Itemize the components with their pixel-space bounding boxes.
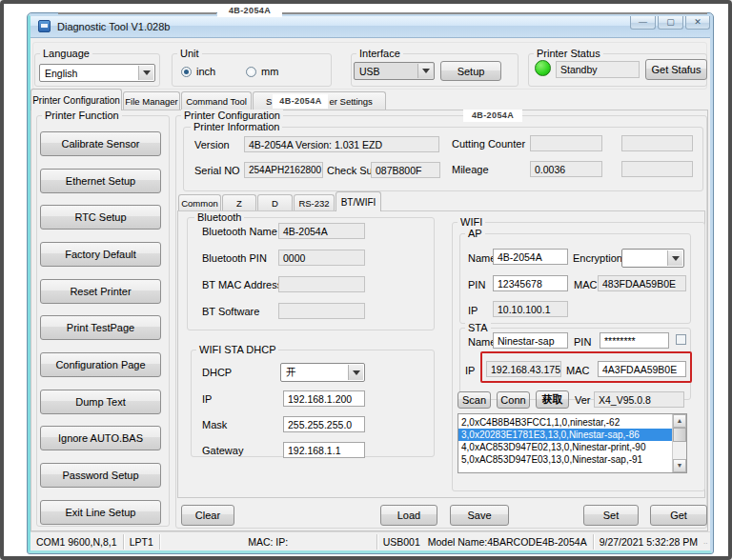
annotation-device-label-config: 4B-2054A	[463, 110, 522, 122]
scan-button[interactable]: Scan	[458, 391, 491, 409]
scan-result-list[interactable]: 2,0xC4B8B4B3FCC1,1,0,ninestar,-62 3,0x20…	[458, 413, 687, 473]
get-status-button[interactable]: Get Stafus	[645, 59, 707, 80]
app-icon	[38, 20, 51, 32]
get-button[interactable]: Get	[650, 505, 707, 526]
chevron-down-icon[interactable]	[138, 66, 153, 80]
language-select[interactable]: English	[39, 64, 155, 82]
dhcp-label: DHCP	[202, 367, 232, 378]
list-item-selected[interactable]: 3,0x20283E1781E3,13,0,Ninestar-sap,-86	[458, 429, 672, 441]
bt-software-field	[278, 303, 365, 319]
list-scrollbar[interactable]: ▲ ▼	[672, 414, 686, 472]
wifi-sta-label: STA	[465, 322, 491, 333]
mask-label: Mask	[202, 419, 227, 430]
tab-file-manager[interactable]: File Manager	[123, 91, 180, 110]
sta-pin-field[interactable]: ********	[600, 332, 669, 349]
resize-grip-icon[interactable]: ..	[703, 534, 710, 550]
ignore-autobas-button[interactable]: Ignore AUTO.BAS	[40, 426, 161, 450]
screenshot-frame: 4B-2054A Diagnostic Tool V1.028b — ▢ ✕ L…	[0, 0, 732, 560]
ap-name-label: Name	[468, 252, 496, 264]
bt-software-label: BT Software	[202, 306, 259, 317]
status-mac-ip: MAC: IP:	[160, 534, 377, 550]
password-setup-button[interactable]: Password Setup	[40, 463, 161, 488]
gateway-label: Gateway	[202, 445, 243, 456]
wifi-sta-dhcp-label: WIFI STA DHCP	[196, 344, 278, 355]
ap-name-field[interactable]: 4B-2054A	[493, 249, 568, 265]
rtc-setup-button[interactable]: RTC Setup	[40, 205, 161, 230]
printer-status-value: Standby	[556, 61, 640, 78]
ethernet-setup-button[interactable]: Ethernet Setup	[40, 169, 161, 193]
bluetooth-name-field: 4B-2054A	[278, 223, 365, 239]
status-datetime: 9/27/2021 5:32:28 PM	[594, 534, 703, 550]
printer-information-label: Printer Information	[191, 121, 282, 132]
ap-pin-field[interactable]: 12345678	[493, 275, 568, 291]
cutting-counter-extra-field	[621, 135, 693, 151]
set-button[interactable]: Set	[583, 505, 639, 526]
interface-value: USB	[359, 66, 380, 77]
sta-dhcp-ip-label: IP	[202, 393, 212, 405]
unit-inch-label[interactable]: inch	[196, 66, 215, 77]
list-item[interactable]: 5,0xAC853D947E03,13,0,Ninestar-sap,-91	[458, 453, 672, 466]
conn-button[interactable]: Conn	[497, 391, 530, 409]
sta-dhcp-ip-field[interactable]: 192.168.1.200	[283, 390, 365, 407]
maximize-button[interactable]: ▢	[658, 16, 683, 30]
tab-printer-configuration[interactable]: Printer Configuration	[30, 89, 122, 110]
bluetooth-pin-label: Bluetooth PIN	[202, 252, 267, 264]
save-button[interactable]: Save	[450, 505, 509, 526]
clear-button[interactable]: Clear	[181, 505, 234, 526]
inner-tab-d[interactable]: D	[257, 194, 293, 211]
inner-tab-btwifi[interactable]: BT/WIFI	[336, 191, 381, 211]
inner-tab-common[interactable]: Common	[178, 194, 221, 211]
chevron-down-icon[interactable]	[417, 64, 433, 78]
unit-mm-radio[interactable]	[246, 67, 256, 77]
mileage-label: Mileage	[452, 164, 489, 175]
chevron-down-icon[interactable]	[348, 365, 363, 380]
sta-name-field[interactable]: Ninestar-sap	[493, 332, 568, 349]
list-item[interactable]: 2,0xC4B8B4B3FCC1,1,0,ninestar,-62	[458, 416, 672, 429]
sta-pin-checkbox[interactable]	[676, 334, 686, 345]
annotation-line-right	[282, 12, 707, 14]
scroll-up-icon[interactable]: ▲	[673, 414, 686, 428]
scroll-down-icon[interactable]: ▼	[673, 459, 686, 472]
scrollbar-thumb[interactable]	[673, 428, 686, 442]
chevron-down-icon[interactable]	[667, 250, 682, 266]
configuration-page-button[interactable]: Configuration Page	[40, 352, 161, 377]
minimize-button[interactable]: —	[630, 16, 656, 30]
calibrate-sensor-button[interactable]: Calibrate Sensor	[40, 131, 161, 156]
status-model-name: Model Name:4BARCODE4B-2054A	[428, 536, 587, 548]
factory-default-button[interactable]: Factory Default	[40, 242, 161, 267]
mileage-field: 0.0036	[530, 161, 602, 177]
interface-label: Interface	[356, 48, 403, 59]
fetch-button[interactable]: 获取	[536, 390, 569, 409]
status-lamp-icon	[535, 60, 551, 76]
interface-select[interactable]: USB	[354, 62, 435, 80]
setup-button[interactable]: Setup	[440, 61, 501, 81]
exit-line-setup-button[interactable]: Exit Line Setup	[40, 500, 161, 525]
annotation-device-label-top: 4B-2054A	[217, 5, 282, 17]
ver-field: X4_V95.0.8	[594, 391, 684, 408]
tab-settings[interactable]: S 4B-2054A er Settings	[253, 91, 386, 110]
inner-tab-z[interactable]: Z	[222, 194, 256, 211]
annotation-device-label-tab: 4B-2054A	[273, 94, 328, 109]
print-testpage-button[interactable]: Print TestPage	[40, 315, 161, 340]
reset-printer-button[interactable]: Reset Printer	[40, 279, 161, 304]
mileage-extra-field	[621, 161, 693, 177]
list-item[interactable]: 4,0xAC853D947E02,13,0,Ninestar-print,-90	[458, 441, 672, 453]
ap-mac-field: 483FDAA59B0E	[598, 275, 686, 291]
dhcp-select[interactable]: 开	[280, 363, 365, 382]
wifi-ap-label: AP	[465, 228, 485, 239]
encryption-select[interactable]	[621, 249, 684, 268]
dump-text-button[interactable]: Dump Text	[40, 390, 161, 414]
unit-mm-label[interactable]: mm	[261, 66, 278, 77]
load-button[interactable]: Load	[380, 505, 437, 526]
unit-inch-radio[interactable]	[181, 67, 192, 77]
gateway-field[interactable]: 192.168.1.1	[283, 442, 365, 458]
unit-label: Unit	[177, 48, 202, 59]
cutting-counter-label: Cutting Counter	[452, 138, 525, 150]
close-button[interactable]: ✕	[685, 16, 710, 30]
tab-command-tool[interactable]: Command Tool	[181, 91, 252, 110]
serial-no-field: 254APH2162800	[244, 162, 323, 178]
inner-tab-rs232[interactable]: RS-232	[294, 194, 335, 211]
status-lpt-port: LPT1	[124, 534, 160, 550]
mask-field[interactable]: 255.255.255.0	[283, 416, 365, 432]
tab-settings-prefix: S	[266, 96, 272, 107]
